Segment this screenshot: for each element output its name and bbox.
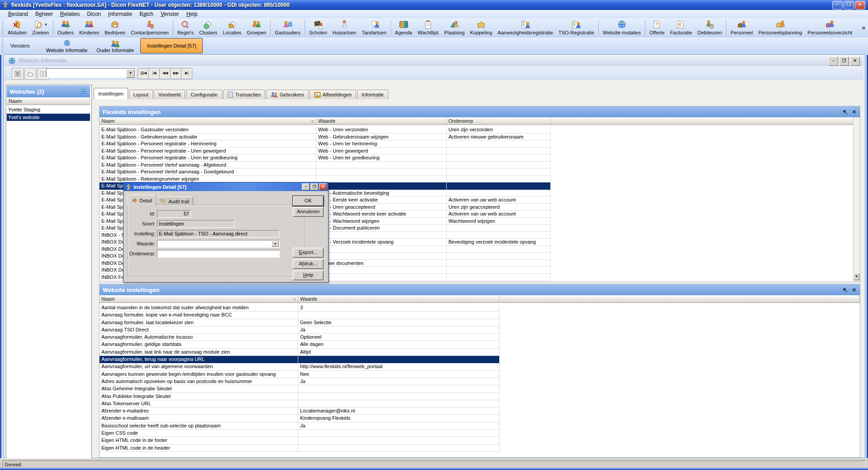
toolbar-button-clusters[interactable]: Clusters [196,18,220,37]
tab-layout[interactable]: Layout [129,90,153,99]
toolbar-button-contactpersonen[interactable]: Contactpersonen [128,18,172,37]
flexkids-vertical-scrollbar[interactable]: ▼ [853,117,860,282]
dialog-maximize-button[interactable]: ❐ [310,183,318,190]
toolbar-button-wachtlijst[interactable]: Wachtlijst [415,18,442,37]
table-row[interactable]: Aanvraagformulier, terug naar voorpagina… [100,356,860,363]
new-item-button[interactable] [24,68,36,80]
table-row[interactable]: Eigen HTML code in de footer [100,437,860,444]
toolbar-button-website-mutaties[interactable]: Website mutaties [600,18,644,37]
toolbar-button-facturatie[interactable]: €Facturatie [667,18,695,37]
toolbar-button-agenda[interactable]: Agenda [392,18,415,37]
export-button[interactable]: Export... [293,248,324,258]
window-tab-ouder-informatie[interactable]: Ouder Informatie [92,37,138,54]
menu-venster[interactable]: Venster [157,10,183,18]
table-row[interactable]: Aanvraag TSO DirectJa [100,326,860,334]
toolbar-button-personeelsoverzicht[interactable]: Personeelsoverzicht [805,18,855,37]
vensters-grip[interactable] [2,38,4,53]
pin-icon[interactable] [843,288,848,293]
table-row[interactable]: E-Mail Sjabloon - Gebruikersnaam activat… [100,134,860,141]
table-row[interactable]: E-Mail Sjabloon - Personeel registratie … [100,140,860,148]
table-row[interactable]: E-Mail Sjabloon - Rekeningnummer wijzige… [100,176,860,183]
table-row[interactable]: Adres automatisch opzoeken op basis van … [100,378,860,385]
websites-column-naam[interactable]: Naam [7,97,90,105]
child-maximize-button[interactable]: ❐ [839,57,849,66]
record-selector-combo[interactable]: ▼ [46,68,136,78]
help-button[interactable]: Help [293,270,324,280]
combo-dropdown-icon[interactable]: ▼ [272,241,279,247]
table-row[interactable]: E-Mail Sjabloon - Personeel Verlof aanvr… [100,162,860,169]
toolbar-button-regio-s[interactable]: Regio's [175,18,196,37]
column-header-waarde[interactable]: Waarde [316,117,447,125]
scroll-down-icon[interactable]: ▼ [854,273,859,280]
nav-last-button[interactable]: ▶| [181,68,192,79]
column-header-naam[interactable]: Naam▽ [100,117,316,125]
toolbar-button-zoeken[interactable]: ▼Zoeken [29,18,52,37]
toolbar-button-tso-registratie[interactable]: TSO-Registratie [556,18,597,37]
tab-configuratie[interactable]: Configuratie [186,90,222,99]
table-row[interactable]: E-Mail Sjabloon - Personeel registratie … [100,154,860,162]
toolbar-button-personeel[interactable]: Personeel [728,18,756,37]
panel-close-icon[interactable]: ✕ [852,287,856,293]
toolbar-button-groepen[interactable]: Groepen [244,18,269,37]
pin-icon[interactable] [843,110,848,115]
toolbar-button-koppeling[interactable]: Koppeling [467,18,495,37]
table-row[interactable]: Aanvragers kunnen gewenste begin-/eindti… [100,371,860,378]
table-row[interactable]: Eigen HTML code in de header [100,445,860,452]
menu-beheer[interactable]: Beheer [32,10,57,18]
menu-informatie[interactable]: Informatie [105,10,136,18]
table-row[interactable]: Afzender e-mailnaamKinderopvang Flexkids [100,415,860,422]
toolbar-button-bedrijven[interactable]: Bedrijven [102,18,128,37]
dialog-minimize-button[interactable]: ─ [302,183,310,190]
child-close-button[interactable]: ✕ [850,57,860,66]
table-row[interactable]: Aanvraagformulier, url van algemene voor… [100,363,860,370]
tab-informatie[interactable]: Informatie [357,90,388,99]
column-header-naam[interactable]: Naam▽ [100,295,298,303]
table-row[interactable]: Aanvraag formulier, kopie van e-mail bev… [100,312,860,319]
tab-afbeeldingen[interactable]: Afbeeldingen [310,90,356,99]
toolbar-button-huisartsen[interactable]: Huisartsen [330,18,359,37]
list-view-button[interactable] [12,68,24,80]
toolbar-button-gastouders[interactable]: Gastouders [272,18,303,37]
toolbar-button-scholen[interactable]: Scholen [306,18,330,37]
table-row[interactable]: E-Mail Sjabloon - Gastouder verzondenWeb… [100,126,860,134]
annuleren-button[interactable]: Annuleren [293,207,324,217]
toolbar-button-locaties[interactable]: Locaties [220,18,244,37]
afdruk-button[interactable]: Afdruk... [293,259,324,269]
window-tab-website-informatie[interactable]: Website Informatie [42,37,92,54]
toolbar-button-kinderen[interactable]: Kinderen [76,18,102,37]
table-row[interactable]: Basisschool selectie heeft sub-selectie … [100,422,860,430]
nav-next-button[interactable]: ▶▶ [170,68,181,79]
menu-dicon[interactable]: Dicon [83,10,105,18]
table-row[interactable]: Aanvraag formulier, laat locatiekiezer z… [100,319,860,326]
window-tab-instellingen-detail-57-[interactable]: Instellingen Detail [57] [140,38,203,53]
toolbar-overflow-icon[interactable]: » [862,24,865,31]
table-row[interactable]: Afzender e-mailadresLocatiemanager@niks.… [100,408,860,415]
tab-voorbeeld[interactable]: Voorbeeld [154,90,186,99]
close-button[interactable]: ✕ [855,1,865,10]
child-minimize-button[interactable]: ─ [828,57,838,66]
onderwerp-input[interactable] [157,250,280,258]
combo-dropdown-icon[interactable]: ▼ [126,69,135,78]
toolbar-button-afsluiten[interactable]: Afsluiten [5,18,29,37]
menu-relaties[interactable]: Relaties [57,10,83,18]
table-row[interactable]: Aanvraagformulier, geldige startdataAlle… [100,341,860,348]
dialog-close-button[interactable]: ✕ [319,183,327,190]
table-row[interactable]: Afas Publieke Integratie Sleutel [100,393,860,400]
nav-form-button[interactable]: ▤◀ [138,68,149,79]
column-header-onderwerp[interactable]: Onderwerp [447,117,551,125]
toolbar-button-ouders[interactable]: Ouders [55,18,76,37]
toolbar-button-aanwezigheidsregistratie[interactable]: Aanwezigheidsregistratie [495,18,556,37]
toolbar-button-plaatsing[interactable]: Plaatsing [441,18,467,37]
website-list-item[interactable]: Yvet's website [7,114,90,121]
table-row[interactable]: Aanvraagformulier, Automatische incassoO… [100,334,860,341]
column-header-waarde[interactable]: Waarde [298,295,500,303]
tab-instellingen[interactable]: Instellingen [94,88,128,99]
table-row[interactable]: Aantal maanden in de toekomst dat ouder … [100,304,860,312]
table-row[interactable]: Afas Geheime Integratie Sleutel [100,385,860,393]
table-row[interactable]: Eigen CSS code [100,430,860,437]
waarde-combo[interactable]: ▼ [157,240,280,248]
ok-button[interactable]: OK [293,196,324,206]
website-list-item[interactable]: Yvette Staging [7,106,90,114]
toolbar-button-tandartsen[interactable]: Tandartsen [359,18,389,37]
menu-help[interactable]: Help [183,10,201,18]
